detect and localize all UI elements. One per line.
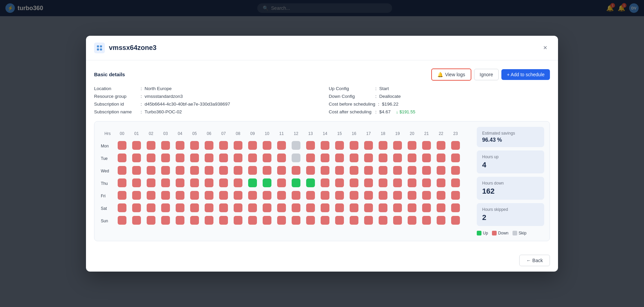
cell-wed-14[interactable]: [318, 165, 332, 177]
cell-tue-9[interactable]: [246, 153, 259, 164]
cell-sun-13[interactable]: [304, 215, 317, 227]
cell-thu-19[interactable]: [391, 178, 404, 189]
cell-sat-16[interactable]: [347, 203, 361, 214]
cell-mon-17[interactable]: [362, 140, 375, 152]
cell-fri-11[interactable]: [275, 190, 288, 202]
cell-wed-1[interactable]: [130, 165, 143, 177]
cell-mon-18[interactable]: [376, 140, 390, 152]
cell-sat-4[interactable]: [173, 203, 187, 214]
cell-fri-20[interactable]: [405, 190, 419, 202]
cell-wed-2[interactable]: [144, 165, 158, 177]
cell-tue-7[interactable]: [217, 153, 230, 164]
cell-fri-14[interactable]: [318, 190, 332, 202]
cell-sat-12[interactable]: [289, 203, 303, 214]
cell-mon-15[interactable]: [333, 140, 346, 152]
cell-tue-14[interactable]: [318, 153, 332, 164]
cell-sat-21[interactable]: [420, 203, 433, 214]
cell-mon-1[interactable]: [130, 140, 143, 152]
cell-wed-23[interactable]: [449, 165, 462, 177]
cell-sat-15[interactable]: [333, 203, 346, 214]
cell-thu-18[interactable]: [376, 178, 390, 189]
cell-sun-2[interactable]: [144, 215, 158, 227]
cell-mon-19[interactable]: [391, 140, 404, 152]
cell-sat-14[interactable]: [318, 203, 332, 214]
cell-tue-20[interactable]: [405, 153, 419, 164]
cell-thu-9[interactable]: [246, 178, 259, 189]
cell-tue-21[interactable]: [420, 153, 433, 164]
cell-sat-23[interactable]: [449, 203, 462, 214]
cell-wed-9[interactable]: [246, 165, 259, 177]
cell-thu-6[interactable]: [202, 178, 216, 189]
cell-thu-1[interactable]: [130, 178, 143, 189]
cell-fri-13[interactable]: [304, 190, 317, 202]
cell-sat-20[interactable]: [405, 203, 419, 214]
cell-sun-23[interactable]: [449, 215, 462, 227]
cell-fri-23[interactable]: [449, 190, 462, 202]
cell-sat-10[interactable]: [260, 203, 274, 214]
cell-mon-3[interactable]: [159, 140, 172, 152]
cell-tue-22[interactable]: [434, 153, 448, 164]
cell-wed-20[interactable]: [405, 165, 419, 177]
cell-fri-17[interactable]: [362, 190, 375, 202]
cell-sun-15[interactable]: [333, 215, 346, 227]
cell-mon-8[interactable]: [231, 140, 245, 152]
cell-tue-23[interactable]: [449, 153, 462, 164]
cell-mon-20[interactable]: [405, 140, 419, 152]
cell-mon-16[interactable]: [347, 140, 361, 152]
cell-thu-3[interactable]: [159, 178, 172, 189]
cell-mon-2[interactable]: [144, 140, 158, 152]
cell-sun-9[interactable]: [246, 215, 259, 227]
cell-fri-10[interactable]: [260, 190, 274, 202]
cell-wed-7[interactable]: [217, 165, 230, 177]
ignore-button[interactable]: Ignore: [474, 69, 499, 80]
cell-fri-19[interactable]: [391, 190, 404, 202]
cell-wed-22[interactable]: [434, 165, 448, 177]
cell-thu-23[interactable]: [449, 178, 462, 189]
add-to-schedule-button[interactable]: + Add to schedule: [501, 69, 550, 80]
cell-sat-2[interactable]: [144, 203, 158, 214]
cell-tue-11[interactable]: [275, 153, 288, 164]
cell-fri-16[interactable]: [347, 190, 361, 202]
cell-mon-7[interactable]: [217, 140, 230, 152]
cell-sun-16[interactable]: [347, 215, 361, 227]
cell-mon-14[interactable]: [318, 140, 332, 152]
cell-sun-14[interactable]: [318, 215, 332, 227]
cell-thu-14[interactable]: [318, 178, 332, 189]
cell-tue-3[interactable]: [159, 153, 172, 164]
cell-mon-21[interactable]: [420, 140, 433, 152]
cell-sat-1[interactable]: [130, 203, 143, 214]
cell-mon-23[interactable]: [449, 140, 462, 152]
cell-sun-6[interactable]: [202, 215, 216, 227]
cell-thu-7[interactable]: [217, 178, 230, 189]
cell-mon-10[interactable]: [260, 140, 274, 152]
cell-thu-11[interactable]: [275, 178, 288, 189]
cell-mon-4[interactable]: [173, 140, 187, 152]
cell-wed-21[interactable]: [420, 165, 433, 177]
cell-mon-22[interactable]: [434, 140, 448, 152]
cell-wed-17[interactable]: [362, 165, 375, 177]
cell-sun-19[interactable]: [391, 215, 404, 227]
cell-thu-15[interactable]: [333, 178, 346, 189]
cell-tue-8[interactable]: [231, 153, 245, 164]
cell-sat-22[interactable]: [434, 203, 448, 214]
cell-wed-11[interactable]: [275, 165, 288, 177]
cell-tue-15[interactable]: [333, 153, 346, 164]
cell-mon-6[interactable]: [202, 140, 216, 152]
cell-thu-20[interactable]: [405, 178, 419, 189]
cell-mon-0[interactable]: [115, 140, 129, 152]
cell-tue-2[interactable]: [144, 153, 158, 164]
cell-sat-5[interactable]: [188, 203, 201, 214]
close-button[interactable]: ×: [540, 43, 550, 53]
cell-sat-0[interactable]: [115, 203, 129, 214]
cell-wed-15[interactable]: [333, 165, 346, 177]
cell-wed-6[interactable]: [202, 165, 216, 177]
cell-thu-4[interactable]: [173, 178, 187, 189]
cell-thu-2[interactable]: [144, 178, 158, 189]
cell-sat-11[interactable]: [275, 203, 288, 214]
cell-sun-5[interactable]: [188, 215, 201, 227]
cell-sun-17[interactable]: [362, 215, 375, 227]
cell-sun-22[interactable]: [434, 215, 448, 227]
cell-wed-18[interactable]: [376, 165, 390, 177]
cell-tue-1[interactable]: [130, 153, 143, 164]
cell-fri-4[interactable]: [173, 190, 187, 202]
